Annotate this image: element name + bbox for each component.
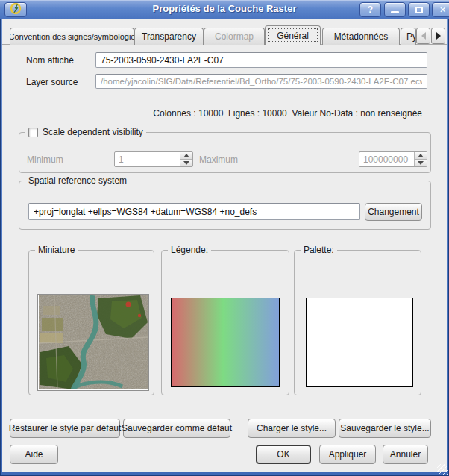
minimum-value: 1 [115, 152, 180, 166]
scale-visibility-header: Scale dependent visibility [25, 127, 146, 137]
tab-label: Colormap [215, 31, 254, 42]
cancel-button[interactable]: Annuler [383, 445, 428, 464]
raster-info-line: Colonnes : 10000 Lignes : 10000 Valeur N… [2, 108, 447, 119]
layer-source-label: Layer source [26, 77, 78, 87]
chevron-left-icon [421, 32, 426, 40]
legend-group: Légende: [161, 250, 289, 395]
tab-scroll-right-button[interactable] [431, 28, 445, 44]
tab-scroll-left-button [416, 28, 430, 44]
display-name-input[interactable] [95, 52, 427, 68]
display-name-label: Nom affiché [26, 55, 74, 66]
tab-pyramids[interactable]: Pyramides [401, 28, 416, 45]
ok-button[interactable]: OK [256, 445, 311, 464]
resize-grip[interactable] [437, 464, 448, 475]
tab-label: Pyramides [406, 31, 416, 42]
tab-colormap: Colormap [204, 28, 265, 45]
scale-visibility-group: Scale dependent visibility Minimum 1 Max… [19, 132, 431, 173]
spin-up-button [180, 152, 192, 159]
srs-title: Spatial reference system [25, 175, 130, 186]
arrow-up-icon [418, 154, 424, 157]
minimum-spinbox: 1 [114, 151, 193, 167]
apply-button[interactable]: Appliquer [319, 445, 376, 464]
legend-title: Légende: [168, 245, 211, 255]
focus-rect [268, 28, 318, 42]
srs-proj-input[interactable] [28, 203, 360, 220]
scale-visibility-title: Scale dependent visibility [43, 127, 143, 137]
maximize-button[interactable] [408, 2, 430, 17]
thumbnail-title: Miniature [35, 245, 78, 255]
spin-down-button [415, 159, 427, 166]
palette-title: Palette: [301, 245, 337, 255]
minimum-label: Minimum [27, 154, 63, 165]
thumbnail-group: Miniature [28, 250, 154, 395]
tab-general[interactable]: Général [265, 25, 321, 45]
load-style-button[interactable]: Charger le style... [248, 419, 336, 438]
palette-empty-box [306, 298, 413, 387]
close-icon: ✕ [439, 5, 446, 15]
chevron-right-icon [436, 32, 441, 40]
layer-source-input [95, 74, 427, 89]
raster-thumbnail-image [37, 294, 149, 391]
maximum-label: Maximum [199, 154, 238, 165]
tab-symbology[interactable]: Convention des signes/symbologie [10, 28, 134, 45]
tab-metadata[interactable]: Métadonnées [322, 28, 400, 45]
question-icon: ? [368, 4, 373, 15]
minimize-button[interactable] [384, 2, 406, 17]
save-style-button[interactable]: Sauvegarder le style... [339, 419, 431, 438]
minimize-icon [391, 11, 399, 13]
close-button[interactable]: ✕ [432, 2, 449, 17]
arrow-down-icon [418, 161, 424, 165]
srs-change-button[interactable]: Changement [365, 203, 422, 221]
scale-visibility-checkbox[interactable] [28, 128, 38, 137]
spin-up-button [415, 152, 427, 159]
palette-group: Palette: [294, 250, 421, 395]
restore-default-style-button[interactable]: Restaurer le style par défaut [10, 419, 120, 438]
help-window-button[interactable]: ? [359, 2, 381, 17]
maximize-icon [415, 7, 423, 13]
spin-down-button [180, 159, 192, 166]
raster-properties-dialog: Propriétés de la Couche Raster ? ✕ Conve… [0, 0, 449, 476]
tab-label: Transparency [142, 31, 196, 42]
help-button[interactable]: Aide [10, 445, 58, 464]
maximum-spinbox: 100000000 [359, 151, 427, 167]
tab-transparency[interactable]: Transparency [134, 28, 204, 45]
srs-group: Spatial reference system Changement [19, 181, 431, 230]
arrow-up-icon [183, 154, 189, 157]
maximum-value: 100000000 [359, 152, 414, 166]
arrow-down-icon [183, 161, 189, 165]
titlebar[interactable]: Propriétés de la Couche Raster ? ✕ [0, 0, 449, 19]
dialog-content: Convention des signes/symbologie Transpa… [2, 19, 447, 472]
window-title: Propriétés de la Couche Raster [0, 3, 449, 14]
save-as-default-style-button[interactable]: Sauvegarder comme défaut [123, 419, 230, 438]
legend-gradient [171, 298, 280, 387]
tab-label: Métadonnées [334, 31, 389, 42]
tab-label: Convention des signes/symbologie [10, 32, 134, 41]
